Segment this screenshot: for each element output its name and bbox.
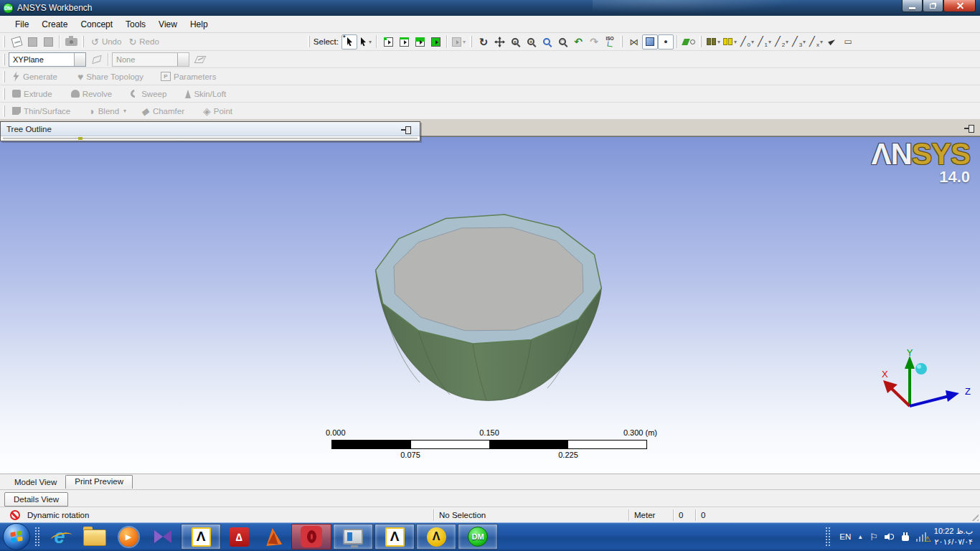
menu-help[interactable]: Help bbox=[184, 17, 215, 32]
zoom-to-fit-icon: ↶ bbox=[574, 36, 583, 47]
edge-coloring-1-button[interactable]: ╱1 ▾ bbox=[755, 34, 773, 50]
toolbar-grip[interactable] bbox=[3, 105, 5, 117]
face-filter-button[interactable] bbox=[412, 34, 428, 50]
menu-create[interactable]: Create bbox=[35, 17, 74, 32]
iso-view-button[interactable]: ISO bbox=[602, 34, 618, 50]
taskbar-internet-explorer[interactable]: e bbox=[43, 524, 76, 550]
taskbar-intel-graphics[interactable] bbox=[333, 524, 373, 550]
taskbar-ansys-workbench[interactable]: Λ bbox=[374, 524, 415, 550]
display-plane-button[interactable]: ▾ bbox=[722, 34, 738, 50]
taskbar-opera[interactable] bbox=[291, 524, 331, 550]
show-hidden-icons[interactable]: ▲ bbox=[857, 534, 863, 540]
toolbar-grip[interactable] bbox=[82, 36, 84, 47]
tray-grip[interactable] bbox=[825, 527, 831, 547]
minimize-button[interactable] bbox=[902, 0, 923, 12]
folder-icon bbox=[83, 529, 105, 545]
language-indicator[interactable]: EN bbox=[839, 532, 851, 541]
edge-coloring-0-button[interactable]: ╱0 ▾ bbox=[738, 34, 755, 50]
pin-icon[interactable] bbox=[964, 125, 974, 131]
face-filter-icon bbox=[415, 37, 425, 47]
tree-outline-content[interactable] bbox=[1, 136, 420, 141]
prohibited-icon bbox=[10, 510, 20, 520]
active-plane-combobox[interactable]: XYPlane bbox=[9, 52, 86, 67]
power-icon[interactable] bbox=[901, 532, 910, 542]
combo-dropdown-icon[interactable] bbox=[74, 53, 85, 66]
toolbar-grip[interactable] bbox=[621, 36, 623, 47]
close-button[interactable] bbox=[943, 0, 976, 12]
look-at-plane-button[interactable]: ⋈ bbox=[626, 34, 642, 50]
start-button[interactable] bbox=[3, 523, 30, 550]
toolbar-grip[interactable] bbox=[3, 88, 5, 100]
taskbar-kmplayer[interactable] bbox=[146, 524, 179, 550]
new-document-button[interactable] bbox=[9, 34, 24, 50]
tree-outline-header[interactable]: Tree Outline bbox=[1, 122, 420, 136]
triad-sphere[interactable] bbox=[915, 363, 927, 375]
toolbar-grip[interactable] bbox=[3, 36, 5, 47]
zoom-to-fit-button[interactable]: ↶ bbox=[570, 34, 586, 50]
bowl-model[interactable] bbox=[362, 209, 615, 410]
edge-direction-button[interactable] bbox=[824, 34, 840, 50]
edge-coloring-2-button[interactable]: ╱2 ▾ bbox=[773, 34, 790, 50]
taskbar-adobe-reader[interactable]: ∆ bbox=[222, 524, 255, 550]
edge-coloring-x-button[interactable]: ╱x ▾ bbox=[807, 34, 824, 50]
model-viewport[interactable]: ΛNSYS 14.0 0.000 0.150 0.300 (m) bbox=[0, 136, 980, 474]
orientation-triad[interactable]: Y X Z bbox=[872, 349, 978, 417]
body-filter-icon bbox=[431, 37, 440, 47]
action-center-flag-icon[interactable]: ⚐ bbox=[870, 532, 878, 542]
zoom-button[interactable]: ± bbox=[507, 34, 523, 50]
taskbar-ansys-launcher[interactable]: Λ bbox=[416, 524, 456, 550]
vertices-toggle-button[interactable]: ● bbox=[658, 34, 674, 50]
generate-toolbar: Generate ♥ Share Topology P Parameters bbox=[0, 68, 980, 85]
toolbar-grip[interactable] bbox=[3, 71, 5, 83]
blend-icon: ◗ bbox=[89, 106, 95, 116]
box-zoom-button[interactable]: □ bbox=[555, 34, 570, 50]
y-axis-label: Y bbox=[907, 349, 913, 358]
edge-filter-button[interactable] bbox=[396, 34, 412, 50]
thin-surface-button: Thin/Surface bbox=[9, 103, 74, 118]
toolbar-grip[interactable] bbox=[470, 36, 472, 47]
sweep-button: Sweep bbox=[127, 86, 170, 101]
menu-tools[interactable]: Tools bbox=[119, 17, 152, 32]
toolbar-grip[interactable] bbox=[699, 36, 702, 47]
menu-view[interactable]: View bbox=[152, 17, 184, 32]
toolbar-grip[interactable] bbox=[3, 54, 5, 65]
pan-button[interactable] bbox=[491, 34, 507, 50]
taskbar-file-explorer[interactable] bbox=[77, 524, 110, 550]
network-icon[interactable]: ⚠ bbox=[916, 532, 928, 542]
look-at-face-button[interactable] bbox=[681, 34, 697, 50]
pin-icon[interactable] bbox=[401, 126, 411, 133]
select-mode-button[interactable]: ▾ bbox=[357, 34, 373, 50]
frame-selection-button[interactable]: ▭ bbox=[840, 34, 856, 50]
taskbar-designmodeler[interactable]: DM bbox=[458, 524, 498, 550]
z-axis-arrow[interactable] bbox=[946, 390, 959, 402]
new-plane-icon bbox=[92, 55, 101, 64]
extend-selection-icon bbox=[452, 37, 461, 47]
bowl-floor[interactable] bbox=[394, 227, 583, 331]
tray-clock[interactable]: 10:22 ب.ظ ۲۰۱۶/۰۷/۰۴ bbox=[934, 526, 976, 548]
menu-file[interactable]: File bbox=[9, 17, 35, 32]
point-icon: ◈ bbox=[203, 106, 211, 116]
tab-details-view[interactable]: Details View bbox=[4, 492, 68, 507]
body-filter-button[interactable] bbox=[428, 34, 443, 50]
taskbar-grip[interactable] bbox=[34, 527, 40, 547]
toolbar-grip[interactable] bbox=[308, 36, 310, 47]
title-bar[interactable]: DM ANSYS Workbench bbox=[0, 0, 980, 16]
restore-button[interactable] bbox=[923, 0, 943, 12]
display-model-button[interactable]: ▾ bbox=[705, 34, 722, 50]
volume-icon[interactable] bbox=[885, 532, 895, 541]
rotate-button[interactable]: ↻ bbox=[476, 34, 491, 50]
zoom-in-button[interactable]: + bbox=[523, 34, 539, 50]
ruler-label-start: 0.000 bbox=[326, 428, 346, 437]
taskbar-matlab[interactable] bbox=[257, 524, 290, 550]
taskbar-media-player[interactable]: ▶ bbox=[112, 524, 145, 550]
tab-print-preview[interactable]: Print Preview bbox=[65, 475, 133, 489]
select-new-button[interactable]: * bbox=[341, 34, 357, 50]
vertex-filter-button[interactable] bbox=[380, 34, 396, 50]
menu-concept[interactable]: Concept bbox=[74, 17, 119, 32]
edge-coloring-3-button[interactable]: ╱3 ▾ bbox=[790, 34, 807, 50]
shaded-exterior-button[interactable] bbox=[642, 34, 658, 50]
generate-button: Generate bbox=[9, 69, 61, 84]
tab-model-view[interactable]: Model View bbox=[6, 476, 65, 489]
taskbar-ansys-app[interactable]: Λ bbox=[181, 524, 221, 550]
magnifier-window-button[interactable] bbox=[539, 34, 555, 50]
